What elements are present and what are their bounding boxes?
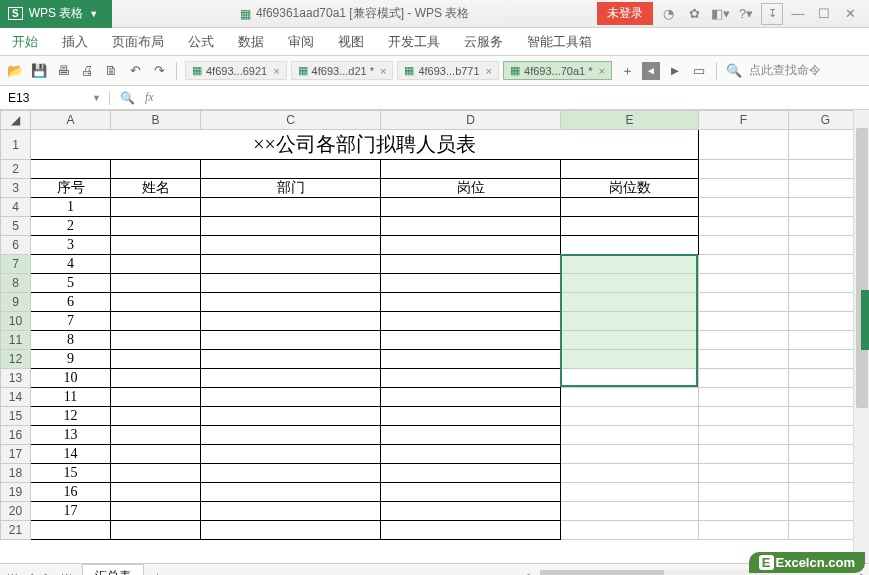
cell-D14[interactable] bbox=[381, 388, 561, 407]
undo-icon[interactable]: ↶ bbox=[126, 62, 144, 80]
cell-G10[interactable] bbox=[789, 312, 863, 331]
header-D[interactable]: 岗位 bbox=[381, 179, 561, 198]
cell-G11[interactable] bbox=[789, 331, 863, 350]
cell-C12[interactable] bbox=[201, 350, 381, 369]
cell-G19[interactable] bbox=[789, 483, 863, 502]
cell-F8[interactable] bbox=[699, 274, 789, 293]
close-tab-icon[interactable]: × bbox=[599, 65, 605, 77]
cell-B15[interactable] bbox=[111, 407, 201, 426]
header-B[interactable]: 姓名 bbox=[111, 179, 201, 198]
cell-E20[interactable] bbox=[561, 502, 699, 521]
cell-G13[interactable] bbox=[789, 369, 863, 388]
cell-F15[interactable] bbox=[699, 407, 789, 426]
cell-D16[interactable] bbox=[381, 426, 561, 445]
hscroll-left[interactable]: ◄ bbox=[521, 570, 532, 576]
next-tab-icon[interactable]: ► bbox=[666, 62, 684, 80]
header-C[interactable]: 部门 bbox=[201, 179, 381, 198]
row-header-2[interactable]: 2 bbox=[1, 160, 31, 179]
cell-B11[interactable] bbox=[111, 331, 201, 350]
row-header-3[interactable]: 3 bbox=[1, 179, 31, 198]
cell-E5[interactable] bbox=[561, 217, 699, 236]
row-header-11[interactable]: 11 bbox=[1, 331, 31, 350]
cell-G15[interactable] bbox=[789, 407, 863, 426]
cell-G18[interactable] bbox=[789, 464, 863, 483]
row-header-8[interactable]: 8 bbox=[1, 274, 31, 293]
sheet-nav-prev[interactable]: ◄ bbox=[22, 570, 38, 576]
row-header-9[interactable]: 9 bbox=[1, 293, 31, 312]
cell-G20[interactable] bbox=[789, 502, 863, 521]
cell-C11[interactable] bbox=[201, 331, 381, 350]
app-logo[interactable]: S WPS 表格 ▼ bbox=[0, 0, 112, 28]
cell-D19[interactable] bbox=[381, 483, 561, 502]
cell-B12[interactable] bbox=[111, 350, 201, 369]
cell-F14[interactable] bbox=[699, 388, 789, 407]
row-header-21[interactable]: 21 bbox=[1, 521, 31, 540]
cell-D8[interactable] bbox=[381, 274, 561, 293]
col-header-G[interactable]: G bbox=[789, 111, 863, 130]
menu-4[interactable]: 数据 bbox=[238, 33, 264, 51]
cell-F18[interactable] bbox=[699, 464, 789, 483]
close-tab-icon[interactable]: × bbox=[273, 65, 279, 77]
cell-C5[interactable] bbox=[201, 217, 381, 236]
save-icon[interactable]: 💾 bbox=[30, 62, 48, 80]
row-header-12[interactable]: 12 bbox=[1, 350, 31, 369]
cell-C13[interactable] bbox=[201, 369, 381, 388]
cell-E12[interactable] bbox=[561, 350, 699, 369]
row-header-19[interactable]: 19 bbox=[1, 483, 31, 502]
col-header-B[interactable]: B bbox=[111, 111, 201, 130]
row-header-7[interactable]: 7 bbox=[1, 255, 31, 274]
menu-3[interactable]: 公式 bbox=[188, 33, 214, 51]
cell-D4[interactable] bbox=[381, 198, 561, 217]
cell-D17[interactable] bbox=[381, 445, 561, 464]
cell-A16[interactable]: 13 bbox=[31, 426, 111, 445]
hscroll-thumb[interactable] bbox=[540, 570, 664, 576]
col-header-D[interactable]: D bbox=[381, 111, 561, 130]
cell-F6[interactable] bbox=[699, 236, 789, 255]
header-A[interactable]: 序号 bbox=[31, 179, 111, 198]
cell-G17[interactable] bbox=[789, 445, 863, 464]
cell-B9[interactable] bbox=[111, 293, 201, 312]
cell-D20[interactable] bbox=[381, 502, 561, 521]
row-header-20[interactable]: 20 bbox=[1, 502, 31, 521]
cell-F16[interactable] bbox=[699, 426, 789, 445]
sheet-nav-last[interactable]: ⏭ bbox=[58, 570, 74, 576]
menu-1[interactable]: 插入 bbox=[62, 33, 88, 51]
cell-E4[interactable] bbox=[561, 198, 699, 217]
print-icon[interactable]: 🖨 bbox=[78, 62, 96, 80]
header-G[interactable] bbox=[789, 179, 863, 198]
cell-B17[interactable] bbox=[111, 445, 201, 464]
doc-tab-1[interactable]: ▦4f693...d21 *× bbox=[291, 61, 394, 80]
cell-F12[interactable] bbox=[699, 350, 789, 369]
cell-B20[interactable] bbox=[111, 502, 201, 521]
cell-A21[interactable] bbox=[31, 521, 111, 540]
close-tab-icon[interactable]: × bbox=[486, 65, 492, 77]
sheet-nav-first[interactable]: ⏮ bbox=[4, 570, 20, 576]
row-header-5[interactable]: 5 bbox=[1, 217, 31, 236]
cell-A8[interactable]: 5 bbox=[31, 274, 111, 293]
settings-icon[interactable]: ✿ bbox=[683, 3, 705, 25]
cloud-icon[interactable]: ◔ bbox=[657, 3, 679, 25]
cell-D9[interactable] bbox=[381, 293, 561, 312]
add-tab-icon[interactable]: ＋ bbox=[618, 62, 636, 80]
cell-C9[interactable] bbox=[201, 293, 381, 312]
row-header-13[interactable]: 13 bbox=[1, 369, 31, 388]
cell-G14[interactable] bbox=[789, 388, 863, 407]
header-E[interactable]: 岗位数 bbox=[561, 179, 699, 198]
cell-F9[interactable] bbox=[699, 293, 789, 312]
sheet-title[interactable]: ××公司各部门拟聘人员表 bbox=[31, 130, 699, 160]
cell-E18[interactable] bbox=[561, 464, 699, 483]
add-sheet-button[interactable]: ＋ bbox=[144, 565, 171, 575]
row-header-16[interactable]: 16 bbox=[1, 426, 31, 445]
cell-A17[interactable]: 14 bbox=[31, 445, 111, 464]
cell-B7[interactable] bbox=[111, 255, 201, 274]
menu-7[interactable]: 开发工具 bbox=[388, 33, 440, 51]
grid[interactable]: ◢ABCDEFG1××公司各部门拟聘人员表23序号姓名部门岗位岗位数415263… bbox=[0, 110, 863, 540]
col-header-A[interactable]: A bbox=[31, 111, 111, 130]
cell-C20[interactable] bbox=[201, 502, 381, 521]
cell-F19[interactable] bbox=[699, 483, 789, 502]
cell-B21[interactable] bbox=[111, 521, 201, 540]
close-tab-icon[interactable]: × bbox=[380, 65, 386, 77]
cell-B19[interactable] bbox=[111, 483, 201, 502]
cell-G8[interactable] bbox=[789, 274, 863, 293]
cell-C19[interactable] bbox=[201, 483, 381, 502]
